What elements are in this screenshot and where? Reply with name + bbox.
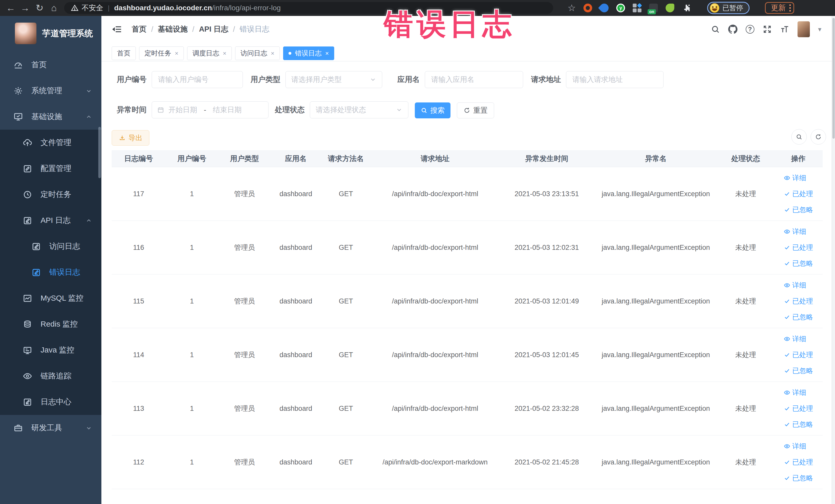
app-logo[interactable]: 芋道管理系统: [0, 16, 101, 52]
action-label: 已忽略: [792, 366, 813, 375]
extensions-puzzle-icon[interactable]: [682, 4, 691, 12]
tag-view-tab[interactable]: 调度日志×: [187, 46, 232, 60]
action-已处理[interactable]: 已处理: [784, 243, 813, 252]
extension-grid-icon[interactable]: [633, 4, 641, 12]
cell-app-name: dashboard: [271, 190, 321, 198]
table-refresh-button[interactable]: [811, 129, 826, 144]
date-range-picker[interactable]: 开始日期 - 结束日期: [152, 101, 268, 118]
sidebar-item-config[interactable]: 配置管理: [0, 156, 101, 182]
cell-status: 未处理: [717, 243, 774, 252]
close-icon[interactable]: ×: [223, 50, 226, 57]
sidebar-item-infra[interactable]: 基础设施: [0, 104, 101, 130]
sidebar-item-job[interactable]: 定时任务: [0, 182, 101, 207]
action-已处理[interactable]: 已处理: [784, 458, 813, 467]
sidebar-item-log-center[interactable]: 日志中心: [0, 389, 101, 415]
forward-icon[interactable]: →: [18, 3, 32, 13]
process-status-select[interactable]: 请选择处理状态: [310, 101, 408, 118]
action-已处理[interactable]: 已处理: [784, 189, 813, 199]
help-icon[interactable]: ?: [746, 25, 754, 34]
action-详细[interactable]: 详细: [784, 334, 813, 344]
sidebar-scrollbar[interactable]: [98, 127, 101, 178]
fullscreen-icon[interactable]: [762, 25, 772, 34]
home-icon[interactable]: ⌂: [47, 3, 61, 13]
collapse-sidebar-button[interactable]: [111, 24, 122, 35]
action-详细[interactable]: 详细: [784, 388, 813, 397]
browser-update-button[interactable]: 更新: [765, 2, 794, 14]
filter-request-url: 请求地址: [520, 71, 664, 88]
request-url-input[interactable]: [566, 71, 664, 88]
extension-y-icon[interactable]: y: [616, 4, 625, 12]
extension-leaf-icon[interactable]: [666, 4, 674, 12]
check-icon: [784, 298, 790, 304]
user-avatar[interactable]: [797, 21, 810, 37]
reset-button[interactable]: 重置: [457, 102, 494, 118]
user-id-label: 用户编号: [111, 75, 147, 85]
close-icon[interactable]: ×: [325, 50, 329, 57]
close-icon[interactable]: ×: [175, 50, 178, 57]
sidebar-item-api-log[interactable]: API 日志: [0, 207, 101, 234]
sidebar-item-java[interactable]: Java 监控: [0, 337, 101, 363]
action-详细[interactable]: 详细: [784, 442, 813, 451]
action-已忽略[interactable]: 已忽略: [784, 205, 813, 215]
user-type-select[interactable]: 请选择用户类型: [285, 71, 382, 88]
bookmark-star-icon[interactable]: ☆: [568, 3, 576, 13]
page-scrollbar[interactable]: [832, 16, 835, 504]
action-已忽略[interactable]: 已忽略: [784, 473, 813, 483]
browser-menu-icon[interactable]: [789, 4, 791, 12]
action-已处理[interactable]: 已处理: [784, 404, 813, 413]
tag-view-tab[interactable]: 首页: [111, 46, 136, 60]
sidebar-item-home[interactable]: 首页: [0, 52, 101, 78]
export-button[interactable]: 导出: [111, 130, 149, 146]
table-row: 1171管理员dashboardGET/api/infra/db-doc/exp…: [111, 167, 823, 221]
action-详细[interactable]: 详细: [784, 173, 813, 183]
action-已忽略[interactable]: 已忽略: [784, 259, 813, 268]
scrollbar-thumb[interactable]: [832, 18, 835, 139]
action-已处理[interactable]: 已处理: [784, 297, 813, 306]
action-已忽略[interactable]: 已忽略: [784, 313, 813, 322]
cell-user-type: 管理员: [218, 243, 271, 252]
sidebar-item-label: 配置管理: [41, 163, 72, 174]
extension-switch-icon[interactable]: on: [649, 4, 658, 12]
close-icon[interactable]: ×: [271, 50, 274, 57]
back-icon[interactable]: ←: [4, 3, 18, 13]
font-size-icon[interactable]: [780, 25, 789, 34]
cell-exception-time: 2021-05-02 21:45:28: [499, 458, 594, 466]
sidebar-item-redis[interactable]: Redis 监控: [0, 311, 101, 337]
reload-icon[interactable]: ↻: [32, 3, 47, 13]
check-icon: [784, 314, 790, 320]
github-icon[interactable]: [728, 25, 737, 34]
tab-label: 调度日志: [192, 49, 219, 58]
sidebar-submenu: 文件管理配置管理定时任务API 日志访问日志错误日志MySQL 监控Redis …: [0, 130, 101, 415]
breadcrumb-item[interactable]: 首页: [132, 24, 147, 35]
profile-emoji-avatar: [710, 3, 719, 13]
header-search-icon[interactable]: [711, 25, 720, 34]
table-search-toggle-button[interactable]: [791, 129, 807, 144]
extension-drop-icon[interactable]: [598, 2, 610, 14]
app-name-input[interactable]: [425, 71, 523, 88]
tag-view-tab[interactable]: 错误日志×: [283, 46, 334, 60]
sidebar-item-error-log[interactable]: 错误日志: [0, 259, 101, 285]
action-已处理[interactable]: 已处理: [784, 350, 813, 360]
tag-view-tab[interactable]: 定时任务×: [139, 46, 184, 60]
sidebar-item-mysql[interactable]: MySQL 监控: [0, 285, 101, 311]
sidebar-item-file[interactable]: 文件管理: [0, 130, 101, 156]
action-详细[interactable]: 详细: [784, 281, 813, 290]
breadcrumb-item[interactable]: 基础设施: [158, 24, 188, 35]
check-icon: [784, 206, 790, 213]
user-menu-caret-icon[interactable]: ▾: [818, 25, 821, 33]
sidebar-item-devtools[interactable]: 研发工具: [0, 415, 101, 441]
sidebar-item-label: 日志中心: [41, 397, 72, 407]
action-已忽略[interactable]: 已忽略: [784, 366, 813, 375]
search-button[interactable]: 搜索: [415, 102, 450, 118]
sidebar-item-access-log[interactable]: 访问日志: [0, 234, 101, 259]
action-详细[interactable]: 详细: [784, 227, 813, 236]
breadcrumb-item[interactable]: API 日志: [199, 24, 228, 35]
sidebar-item-trace[interactable]: 链路追踪: [0, 363, 101, 389]
browser-profile-chip[interactable]: 已暂停: [707, 2, 750, 14]
tag-view-tab[interactable]: 访问日志×: [235, 46, 280, 60]
sidebar-item-system[interactable]: 系统管理: [0, 78, 101, 104]
action-已忽略[interactable]: 已忽略: [784, 420, 813, 429]
extension-ring-icon[interactable]: [584, 4, 592, 12]
user-id-input[interactable]: [152, 71, 243, 88]
cell-request-url: /api/infra/db-doc/export-html: [371, 190, 499, 198]
